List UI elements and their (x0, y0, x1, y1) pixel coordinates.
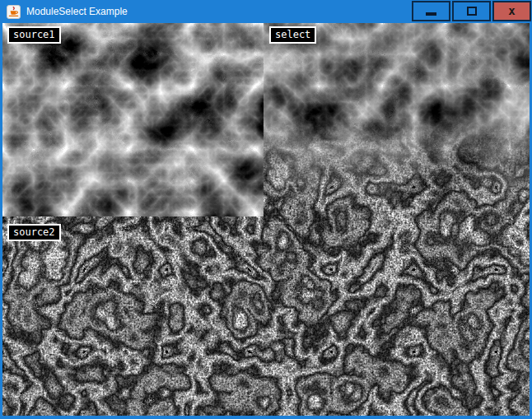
maximize-button[interactable] (452, 1, 491, 21)
label-source1: source1 (7, 26, 61, 44)
source1-texture (2, 23, 264, 216)
window-controls: x (410, 1, 531, 21)
java-coffee-cup-icon (7, 5, 21, 19)
label-select: select (269, 26, 316, 44)
noise-render-canvas: source1 select source2 (2, 23, 530, 416)
minimize-icon (426, 12, 436, 16)
maximize-icon (467, 7, 477, 16)
label-source2: source2 (7, 224, 61, 241)
app-window: ModuleSelect Example x (0, 0, 532, 419)
titlebar[interactable]: ModuleSelect Example x (0, 0, 532, 23)
minimize-button[interactable] (412, 1, 450, 21)
close-x-icon: x (508, 5, 515, 16)
close-button[interactable]: x (492, 1, 531, 21)
window-title: ModuleSelect Example (26, 6, 128, 17)
